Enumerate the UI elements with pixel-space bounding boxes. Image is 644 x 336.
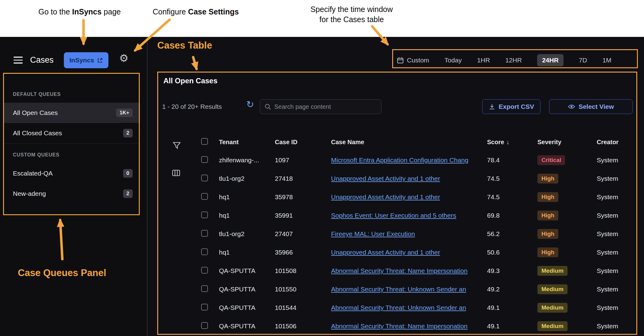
cell-creator: System: [597, 286, 637, 293]
search-icon: [264, 103, 271, 110]
time-option-today[interactable]: Today: [444, 57, 462, 64]
queue-item-all-open-cases[interactable]: All Open Cases1K+: [3, 103, 140, 123]
severity-badge: High: [537, 174, 558, 184]
column-header-score[interactable]: Score↓: [487, 139, 537, 146]
queue-sections: DEFAULT QUEUESAll Open Cases1K+All Close…: [3, 83, 140, 204]
table-row: QA-SPUTTA 101508 Abnormal Security Threa…: [157, 262, 637, 280]
column-header-case-name[interactable]: Case Name: [331, 139, 487, 146]
time-option-1m[interactable]: 1M: [603, 57, 611, 64]
severity-badge: High: [537, 211, 558, 220]
queue-item-new-adeng[interactable]: New-adeng2: [3, 184, 140, 204]
severity-badge: Medium: [537, 303, 568, 313]
cases-table-panel: All Open Cases 1 - 20 of 20+ Results ↻ E…: [157, 72, 637, 336]
annotation-time-note: Specify the time window for the Cases ta…: [295, 4, 408, 25]
severity-badge: Medium: [537, 321, 568, 331]
column-header-severity[interactable]: Severity: [537, 139, 597, 146]
search-box: [260, 99, 381, 114]
external-link-icon: [97, 57, 103, 63]
refresh-icon[interactable]: ↻: [246, 100, 254, 109]
cell-tenant: hq1: [219, 212, 275, 219]
cell-case-id: 101550: [275, 286, 331, 293]
cell-creator: System: [597, 249, 637, 256]
insyncs-button[interactable]: InSyncs: [64, 52, 108, 68]
row-checkbox[interactable]: [201, 267, 208, 274]
severity-badge: Medium: [537, 284, 568, 294]
case-name-link[interactable]: Abnormal Security Threat: Name Impersona…: [331, 267, 467, 274]
cell-creator: System: [597, 322, 637, 330]
queue-item-escalated-qa[interactable]: Escalated-QA0: [3, 163, 140, 184]
annotation-text: Go to the: [38, 7, 72, 16]
time-option-24hr[interactable]: 24HR: [537, 54, 564, 66]
row-checkbox[interactable]: [201, 211, 208, 218]
cell-score: 56.2: [487, 230, 537, 238]
column-header-tenant[interactable]: Tenant: [219, 139, 275, 146]
case-name-link[interactable]: Unapproved Asset Activity and 1 other: [331, 249, 440, 256]
row-checkbox[interactable]: [201, 322, 208, 329]
table-row: hq1 35978 Unapproved Asset Activity and …: [157, 188, 637, 206]
table-rows: zhifenwang-... 1097 Microsoft Entra Appl…: [157, 151, 637, 335]
cell-score: 74.5: [487, 193, 537, 201]
case-name-link[interactable]: Sophos Event: User Execution and 5 other…: [331, 212, 456, 219]
cell-case-id: 35991: [275, 212, 331, 219]
cell-score: 74.5: [487, 175, 537, 182]
case-name-link[interactable]: Unapproved Asset Activity and 1 other: [331, 193, 440, 200]
eye-icon: [568, 104, 575, 109]
row-checkbox[interactable]: [201, 304, 208, 310]
cell-case-id: 101544: [275, 304, 331, 311]
row-checkbox[interactable]: [201, 156, 208, 163]
search-input[interactable]: [274, 103, 377, 110]
select-all-checkbox[interactable]: [201, 138, 208, 145]
select-view-label: Select View: [579, 103, 614, 110]
export-csv-button[interactable]: Export CSV: [482, 99, 541, 114]
cell-score: 49.1: [487, 322, 537, 330]
table-row: hq1 35966 Unapproved Asset Activity and …: [157, 243, 637, 262]
time-option-label: 24HR: [542, 57, 559, 64]
download-icon: [489, 103, 495, 110]
cell-tenant: tlu1-org2: [219, 175, 275, 182]
row-checkbox[interactable]: [201, 248, 208, 255]
calendar-icon: [397, 57, 404, 64]
cell-tenant: hq1: [219, 249, 275, 256]
queue-count-badge: 1K+: [116, 109, 133, 117]
column-header-case-id[interactable]: Case ID: [275, 139, 331, 146]
case-name-link[interactable]: Abnormal Security Threat: Unknown Sender…: [331, 304, 466, 311]
queue-count-badge: 0: [123, 169, 133, 178]
time-option-label: 1HR: [477, 57, 490, 64]
table-row: QA-SPUTTA 101550 Abnormal Security Threa…: [157, 280, 637, 298]
cell-tenant: QA-SPUTTA: [219, 267, 275, 275]
cell-creator: System: [597, 175, 637, 182]
case-name-link[interactable]: Microsoft Entra Application Configuratio…: [331, 156, 468, 164]
case-name-link[interactable]: Unapproved Asset Activity and 1 other: [331, 175, 440, 182]
menu-icon[interactable]: [14, 57, 23, 64]
severity-badge: High: [537, 192, 558, 202]
time-option-custom[interactable]: Custom: [397, 57, 429, 64]
select-view-button[interactable]: Select View: [549, 99, 633, 114]
case-name-link[interactable]: Fireeye MAL: User Execution: [331, 230, 415, 237]
queue-section: DEFAULT QUEUESAll Open Cases1K+All Close…: [3, 83, 140, 144]
case-name-link[interactable]: Abnormal Security Threat: Unknown Sender…: [331, 286, 466, 293]
case-queues-sidebar: Cases InSyncs ⚙ DEFAULT QUEUESAll Open C…: [0, 37, 147, 336]
cell-score: 69.8: [487, 212, 537, 219]
gear-icon[interactable]: ⚙: [119, 53, 128, 63]
queue-item-all-closed-cases[interactable]: All Closed Cases2: [3, 123, 140, 143]
row-checkbox[interactable]: [201, 175, 208, 181]
cell-case-id: 1097: [275, 156, 331, 164]
time-option-12hr[interactable]: 12HR: [505, 57, 522, 64]
queue-item-label: All Open Cases: [13, 109, 116, 117]
cell-case-id: 35966: [275, 249, 331, 256]
time-option-label: 7D: [579, 57, 587, 64]
time-option-7d[interactable]: 7D: [579, 57, 587, 64]
case-name-link[interactable]: Abnormal Security Threat: Name Impersona…: [331, 322, 467, 330]
annotation-text-bold: InSyncs: [72, 7, 102, 16]
row-checkbox[interactable]: [201, 193, 208, 200]
annotation-text: page: [102, 7, 121, 16]
time-option-label: 12HR: [505, 57, 522, 64]
column-header-creator[interactable]: Creator: [597, 139, 637, 146]
row-checkbox[interactable]: [201, 285, 208, 292]
cell-tenant: tlu1-org2: [219, 230, 275, 238]
table-row: QA-SPUTTA 101506 Abnormal Security Threa…: [157, 317, 637, 335]
row-checkbox[interactable]: [201, 230, 208, 237]
time-option-1hr[interactable]: 1HR: [477, 57, 490, 64]
cell-tenant: QA-SPUTTA: [219, 322, 275, 330]
severity-badge: Critical: [537, 155, 565, 165]
